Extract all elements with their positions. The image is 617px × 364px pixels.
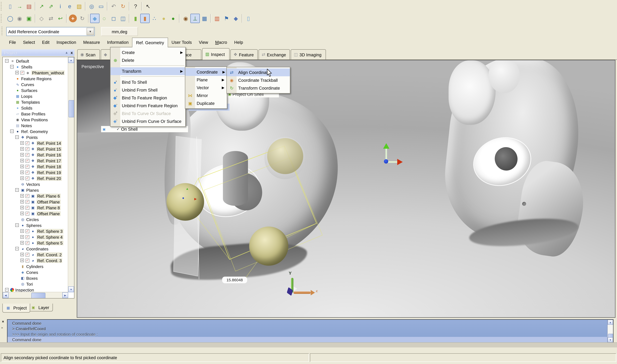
expand-icon[interactable]: ▸ <box>1 326 3 329</box>
export-all-button[interactable]: ⇗ <box>46 1 56 11</box>
tree-item-ref-plane-6[interactable]: +✓▣Ref. Plane 6 <box>3 193 74 199</box>
region-display-button[interactable]: ▮ <box>140 14 150 23</box>
lasso-select-button[interactable]: ◌ <box>99 14 109 23</box>
tab-scan[interactable]: ◉Scan <box>77 49 100 59</box>
context-help-button[interactable]: ? <box>131 1 140 11</box>
tree-item-view-positions[interactable]: ◉View Positions <box>3 117 74 122</box>
console-vertical-scrollbar[interactable]: ▲ ▼ <box>607 320 613 342</box>
menubar-item-inspection[interactable]: Inspection <box>53 38 80 47</box>
menubar-item-ref-geometry[interactable]: Ref. Geometry <box>132 38 168 47</box>
visibility-checkbox[interactable]: ✓ <box>26 206 29 209</box>
tree-item-ref-point-20[interactable]: +✓❖Ref. Point 20 <box>3 175 74 181</box>
expand-icon[interactable]: + <box>20 147 24 151</box>
tree-item-ref-plane-8[interactable]: +✓▣Ref. Plane 8 <box>3 205 74 210</box>
close-icon[interactable]: × <box>2 320 4 324</box>
tree-item-shells[interactable]: −●Shells <box>3 64 74 70</box>
scroll-left-icon[interactable]: ◀ <box>3 292 9 298</box>
tree-item-planes[interactable]: −▣Planes <box>3 187 74 193</box>
tree-item-ref-point-14[interactable]: +✓❖Ref. Point 14 <box>3 140 74 146</box>
expand-icon[interactable]: + <box>20 259 24 262</box>
menu-item-coordinate[interactable]: Coordinate▶ <box>185 68 227 76</box>
expand-icon[interactable]: + <box>20 194 24 198</box>
print-preview-button[interactable]: ◎ <box>87 1 96 11</box>
scroll-right-icon[interactable]: ▶ <box>62 292 68 298</box>
new-document-button[interactable]: ▯ <box>5 1 15 11</box>
expand-icon[interactable]: + <box>20 141 24 145</box>
tab-feature[interactable]: ❖Feature <box>230 49 258 59</box>
collapse-icon[interactable]: ▲ <box>64 51 69 54</box>
collapse-icon[interactable]: − <box>15 135 19 139</box>
tree-item-spheres[interactable]: −●Spheres <box>3 222 74 228</box>
expand-icon[interactable]: + <box>20 159 24 162</box>
tree-item-points[interactable]: −❖Points <box>3 134 74 140</box>
menu-item-delete[interactable]: ⊕Delete <box>110 56 185 64</box>
visibility-checkbox[interactable]: ✓ <box>26 235 29 239</box>
tree-item-surfaces[interactable]: ●Surfaces <box>3 87 74 93</box>
expand-icon[interactable]: + <box>20 176 24 180</box>
tree-item-circles[interactable]: ◎Circles <box>3 216 74 222</box>
scroll-up-icon[interactable]: ▲ <box>608 320 613 325</box>
expand-icon[interactable]: + <box>20 241 24 245</box>
arrange-views-button[interactable]: ⇄ <box>46 14 56 23</box>
web-publish-button[interactable]: e <box>65 1 74 11</box>
expand-icon[interactable]: + <box>20 170 24 174</box>
command-console[interactable]: Command done> CreateRefCoord>>> Input th… <box>7 319 614 343</box>
colormap-display-button[interactable]: ▥ <box>212 14 222 23</box>
curve-display-button[interactable]: ● <box>159 14 168 23</box>
scroll-up-icon[interactable]: ▲ <box>68 57 74 63</box>
toolbar-grip[interactable] <box>1 26 5 35</box>
collapse-icon[interactable]: − <box>15 223 19 227</box>
tree-hscroll-thumb[interactable] <box>31 293 45 299</box>
expand-icon[interactable]: + <box>20 153 24 156</box>
collapse-icon[interactable]: − <box>5 288 9 291</box>
tree-item-ref-geometry[interactable]: −●Ref. Geometry <box>3 128 74 134</box>
tree-item-offset-plane[interactable]: +✓▣Offset Plane <box>3 210 74 216</box>
tree-item-ref-point-18[interactable]: +✓❖Ref. Point 18 <box>3 164 74 169</box>
refgeometry-display-button[interactable]: ⊥ <box>190 14 200 23</box>
rotate-body-button[interactable]: ◇ <box>37 14 46 23</box>
menu-item-bind-to-curve-or-surface[interactable]: ◈+Bind To Curve Or Surface <box>110 110 185 117</box>
wireframe-view-button[interactable]: ◻ <box>109 14 118 23</box>
zoom-in-button[interactable]: ◯ <box>5 14 15 23</box>
tree-item-vectors[interactable]: ⊖Vectors <box>3 181 74 187</box>
tree-item-loops[interactable]: ▦Loops <box>3 93 74 99</box>
visibility-checkbox[interactable]: ✓ <box>26 170 29 174</box>
visibility-checkbox[interactable]: ✓ <box>26 147 29 151</box>
expand-icon[interactable]: + <box>20 200 24 203</box>
registration-sphere-2[interactable] <box>267 138 303 174</box>
command-combobox[interactable]: Add Reference Coordinate ▼ <box>6 27 95 36</box>
visibility-checkbox[interactable]: ✓ <box>26 153 29 157</box>
menu-item-align-coordinate[interactable]: ⇄Align Coordinate <box>227 68 290 76</box>
tree-item-ref-sphere-3[interactable]: +✓●Ref. Sphere 3 <box>3 228 74 234</box>
expand-icon[interactable]: + <box>20 165 24 168</box>
tree-item-cones[interactable]: ◈Cones <box>3 269 74 275</box>
tree-item-boxes[interactable]: ◧Boxes <box>3 275 74 281</box>
tree-item-coordinates[interactable]: −◕Coordinates <box>3 246 74 252</box>
tree-item-ref-point-16[interactable]: +✓❖Ref. Point 16 <box>3 152 74 158</box>
menu-item-coordinate-trackball[interactable]: ◉Coordinate Trackball <box>227 76 290 84</box>
tree-vscroll-thumb[interactable] <box>69 100 74 117</box>
import-file-button[interactable]: → <box>15 1 24 11</box>
tree-item-tori[interactable]: ◎Tori <box>3 281 74 287</box>
visibility-checkbox[interactable]: ✓ <box>26 200 29 204</box>
print-button[interactable]: ▭ <box>96 1 106 11</box>
undo-button[interactable]: ↶ <box>109 1 118 11</box>
zoom-dynamic-button[interactable]: ◉ <box>15 14 24 23</box>
visibility-checkbox[interactable]: ✓ <box>26 211 29 215</box>
units-field[interactable]: mm,deg <box>101 27 138 36</box>
shell-display-button[interactable]: ▮ <box>131 14 140 23</box>
tab-exchange[interactable]: ⇄Exchange <box>259 49 290 59</box>
visibility-checkbox[interactable]: ✓ <box>26 176 29 180</box>
rotate-view-button[interactable]: ↻ <box>78 14 87 23</box>
tree-vertical-scrollbar[interactable]: ▲ ▼ <box>68 57 74 292</box>
collapse-icon[interactable]: − <box>15 188 19 192</box>
tree-item-ref-sphere-5[interactable]: +✓●Ref. Sphere 5 <box>3 240 74 246</box>
tree-item-offset-plane[interactable]: +✓▣Offset Plane <box>3 199 74 205</box>
tab-inspect[interactable]: ▥Inspect <box>202 48 230 60</box>
pointcloud-display-button[interactable]: ∴ <box>150 14 159 23</box>
visibility-checkbox[interactable]: ✓ <box>26 141 29 145</box>
visibility-checkbox[interactable]: ✓ <box>26 253 29 257</box>
toolbar-grip[interactable] <box>1 14 4 23</box>
registration-sphere-1[interactable] <box>166 183 204 221</box>
surface-display-button[interactable]: ● <box>168 14 178 23</box>
